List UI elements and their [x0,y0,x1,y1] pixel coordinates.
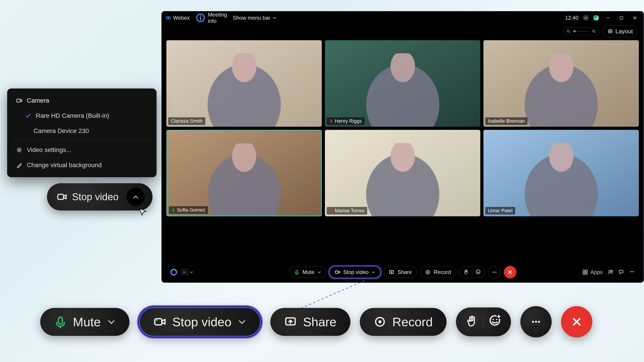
virtual-background-label: Change virtual background [27,162,102,169]
key-icon [584,16,588,19]
brand: Webex [166,15,190,21]
participant-name-tag: Henry Riggs [327,117,364,125]
layout-subbar: Layout [162,24,644,38]
minimize-icon [606,16,610,20]
divider [472,269,472,276]
menu-divider [12,140,152,141]
dots-icon [492,269,497,275]
camera-options-menu: Camera Rare HD Camera (Built-in) Camera … [7,88,156,177]
participant-video [356,143,449,216]
xl-more-options-button[interactable] [520,306,552,338]
show-menu-bar-button[interactable]: Show menu bar [233,15,276,21]
participant-name: Henry Riggs [335,118,362,124]
participant-name-tag: Umar Patel [485,207,515,215]
virtual-background-item[interactable]: Change virtual background [7,158,156,173]
chevron-down-icon [318,270,321,274]
end-call-button[interactable] [504,266,516,278]
close-icon [507,269,513,275]
xl-share-label: Share [303,315,336,329]
emoji-icon [476,269,481,274]
mic-on-icon [172,208,175,212]
raise-hand-button[interactable] [464,269,469,275]
dots-icon [629,269,635,275]
callout-stop-video-label: Stop video [72,191,118,202]
mute-button[interactable]: Mute [289,267,326,278]
video-tile[interactable]: Clarissa Smith [166,40,322,127]
participant-video [198,53,291,127]
camera-option-selected[interactable]: Rare HD Camera (Built-in) [7,108,156,123]
chevron-down-icon [190,270,193,274]
camera-option[interactable]: Camera Device 230 [7,123,156,139]
share-label: Share [397,269,412,275]
video-grid: Clarissa Smith Henry Riggs Isabelle Bren… [166,40,639,216]
callout-stop-video-options[interactable] [126,188,145,206]
xl-end-call-button[interactable] [561,306,592,338]
close-icon [571,316,583,328]
encryption-badge[interactable] [583,15,589,21]
captions-button[interactable]: cc [181,270,193,275]
xl-share-button[interactable]: Share [270,308,350,336]
webex-meeting-window: Webex Meeting info Show menu bar 12:40 [162,11,644,283]
layout-icon [608,29,613,34]
record-label: Record [434,269,451,275]
xl-mute-button[interactable]: Mute [40,308,130,336]
video-tile[interactable]: Henry Riggs [325,40,480,127]
participant-video [198,143,290,216]
brand-label: Webex [173,15,190,21]
participant-name: Sofia Gomez [177,207,205,213]
mute-label: Mute [302,269,314,275]
xl-raise-hand-button[interactable] [466,314,478,330]
camera-icon [154,316,166,328]
video-tile[interactable]: Marise Torres [325,130,480,216]
camera-section-header: Camera [7,93,156,108]
xl-record-button[interactable]: Record [360,308,447,336]
apps-icon [582,269,588,275]
window-maximize-button[interactable] [617,13,626,22]
callout-stop-video-pill[interactable]: Stop video [47,183,152,211]
chevron-up-icon [132,194,139,200]
video-tile[interactable]: Isabelle Brennan [484,40,639,127]
stop-video-button[interactable]: Stop video [330,266,380,278]
window-close-button[interactable] [630,13,639,22]
xl-stop-video-button[interactable]: Stop video [139,307,261,337]
apps-label: Apps [590,269,603,275]
emoji-button[interactable] [476,269,481,275]
participant-name: Isabelle Brennan [488,118,525,124]
participants-panel-button[interactable] [608,269,613,276]
window-minimize-button[interactable] [604,13,612,22]
video-tile[interactable]: Umar Patel [484,130,639,216]
share-icon [284,316,297,328]
apps-button[interactable]: Apps [582,269,603,275]
participant-name-tag: Marise Torres [327,207,367,215]
more-options-button[interactable] [488,266,501,278]
xl-emoji-button[interactable] [488,314,501,330]
network-badge[interactable] [593,15,599,21]
layout-button[interactable]: Layout [603,25,638,37]
zoom-control[interactable] [563,27,600,35]
people-icon [608,269,613,275]
camera-section-label: Camera [27,97,49,104]
meeting-toolbar: cc Mute Stop video Share Record [162,261,644,283]
meeting-info-button[interactable]: Meeting info [196,12,227,24]
cursor-icon [139,207,148,216]
title-bar: Webex Meeting info Show menu bar 12:40 [162,11,644,24]
camera-option-label: Camera Device 230 [34,127,89,134]
participant-name: Marise Torres [335,208,364,214]
record-button[interactable]: Record [420,267,456,278]
video-settings-item[interactable]: Video settings... [7,142,156,158]
video-tile-self[interactable]: Sofia Gomez [166,130,322,216]
camera-icon [16,97,22,104]
participant-name-tag: Clarissa Smith [168,117,205,125]
webex-assistant-button[interactable] [170,269,177,276]
layout-label: Layout [616,28,633,35]
chat-panel-button[interactable] [618,269,624,276]
panel-options-button[interactable] [629,269,635,276]
close-icon [632,16,637,20]
zoom-slider[interactable] [573,31,589,31]
xl-stop-video-label: Stop video [172,315,232,329]
chevron-down-icon [107,318,116,326]
chat-icon [618,269,624,275]
reactions-pill [459,266,485,278]
share-button[interactable]: Share [384,267,417,278]
xl-mute-label: Mute [73,315,101,329]
